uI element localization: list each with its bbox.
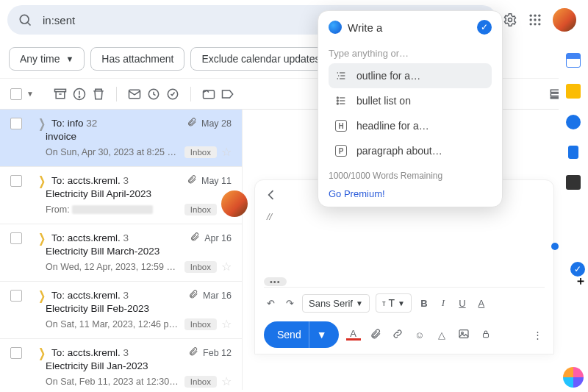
message-list[interactable]: ❯ To: info 32 May 28 invoice On Sun, Apr…	[0, 110, 243, 390]
underline-icon[interactable]: U	[456, 298, 469, 309]
message-subject: Electricity Bill April-2023	[46, 188, 232, 199]
attachment-icon	[188, 289, 198, 302]
suggestion-label: outline for a…	[356, 70, 420, 82]
italic-icon[interactable]: I	[437, 297, 450, 309]
go-premium-link[interactable]: Go Premium!	[329, 188, 385, 199]
star-icon[interactable]: ☆	[221, 260, 232, 274]
svg-point-10	[534, 18, 536, 21]
important-marker-icon[interactable]: ❯	[38, 288, 46, 303]
insert-link-icon[interactable]	[390, 328, 405, 342]
thread-count: 3	[123, 290, 129, 301]
insert-image-icon[interactable]	[456, 328, 471, 342]
labels-icon[interactable]	[220, 87, 235, 101]
font-size-select[interactable]: тT ▼	[376, 293, 412, 313]
important-marker-icon[interactable]: ❯	[38, 231, 46, 246]
message-snippet: On Wed, 12 Apr, 2023, 12:59 p…	[46, 262, 180, 272]
message-row[interactable]: ❯ To: info 32 May 28 invoice On Sun, Apr…	[0, 110, 242, 167]
add-task-icon[interactable]	[165, 87, 180, 101]
message-row[interactable]: ❯ To: accts.kreml. 3 Feb 12 Electricity …	[0, 339, 242, 390]
message-row[interactable]: ❯ To: accts.kreml. 3 Apr 16 Electricity …	[0, 224, 242, 282]
svg-point-18	[79, 96, 79, 97]
svg-point-9	[530, 18, 532, 21]
compose-body[interactable]: //	[264, 202, 545, 276]
select-all-checkbox[interactable]	[10, 88, 22, 100]
archive-icon[interactable]	[53, 87, 68, 101]
format-color-icon[interactable]: A	[346, 329, 361, 341]
message-checkbox[interactable]	[10, 290, 22, 302]
popup-suggestion-item[interactable]: outline for a…	[329, 63, 492, 88]
inbox-label[interactable]: Inbox	[184, 204, 217, 215]
important-marker-icon[interactable]: ❯	[38, 116, 46, 131]
insert-emoji-icon[interactable]: ☺	[412, 329, 427, 341]
inbox-label[interactable]: Inbox	[184, 146, 217, 158]
svg-rect-26	[459, 329, 468, 338]
font-select[interactable]: Sans Serif ▼	[302, 294, 370, 313]
report-spam-icon[interactable]	[72, 87, 87, 101]
chevron-down-icon: ▼	[65, 54, 74, 63]
font-label: Sans Serif	[309, 298, 353, 309]
mark-unread-icon[interactable]	[127, 87, 142, 101]
plus-icon[interactable]: ＋	[575, 274, 587, 289]
tasks-dock-icon[interactable]	[566, 115, 581, 129]
important-marker-icon[interactable]: ❯	[38, 346, 46, 360]
chip-exclude-calendar[interactable]: Exclude calendar updates	[190, 47, 331, 71]
message-checkbox[interactable]	[10, 175, 22, 187]
star-icon[interactable]: ☆	[221, 145, 232, 159]
popup-suggestion-item[interactable]: Pparagraph about…	[329, 138, 492, 163]
apps-grid-icon[interactable]	[528, 13, 542, 27]
back-arrow-icon[interactable]	[264, 188, 279, 202]
message-row[interactable]: ❯ To: accts.kreml. 3 May 11 Electricity …	[0, 167, 242, 224]
chip-any-time[interactable]: Any time ▼	[9, 47, 85, 71]
redo-icon[interactable]: ↷	[283, 298, 296, 309]
contacts-dock-icon[interactable]	[568, 146, 578, 159]
send-button[interactable]: Send ▼	[264, 321, 339, 348]
message-checkbox[interactable]	[10, 118, 22, 129]
addon-dock-icon[interactable]	[566, 175, 581, 190]
send-options-caret[interactable]: ▼	[309, 321, 334, 348]
popup-check-icon[interactable]: ✓	[477, 20, 492, 35]
confidential-mode-icon[interactable]	[478, 329, 493, 341]
svg-point-0	[20, 15, 29, 24]
suggestion-label: paragraph about…	[356, 145, 442, 157]
avatar[interactable]	[553, 8, 576, 32]
delete-icon[interactable]	[91, 87, 106, 101]
thread-count: 3	[123, 175, 129, 186]
assistant-fab-icon[interactable]	[563, 367, 584, 388]
message-checkbox[interactable]	[10, 232, 22, 244]
compose-truncated-indicator[interactable]: •••	[264, 277, 287, 286]
popup-placeholder: Type anything or…	[329, 48, 492, 59]
chip-has-attachment[interactable]: Has attachment	[90, 47, 184, 71]
insert-drive-icon[interactable]: △	[434, 329, 449, 341]
bold-icon[interactable]: B	[417, 298, 431, 309]
inbox-label[interactable]: Inbox	[184, 261, 217, 273]
important-marker-icon[interactable]: ❯	[38, 174, 46, 188]
popup-header: Write a ✓	[329, 20, 492, 35]
message-date: Feb 12	[203, 348, 232, 358]
calendar-dock-icon[interactable]	[566, 53, 581, 68]
svg-point-11	[538, 18, 540, 21]
right-dock	[559, 40, 588, 392]
text-color-icon[interactable]: A	[475, 298, 488, 309]
select-dropdown-caret[interactable]: ▼	[26, 90, 34, 98]
gear-icon[interactable]	[503, 13, 517, 27]
popup-suggestion-item[interactable]: bullet list on	[329, 88, 492, 113]
undo-icon[interactable]: ↶	[264, 298, 277, 309]
popup-suggestion-item[interactable]: Hheadline for a…	[329, 113, 492, 138]
svg-point-7	[534, 15, 536, 17]
move-to-icon[interactable]	[201, 87, 216, 101]
snooze-icon[interactable]	[146, 87, 161, 101]
keep-dock-icon[interactable]	[566, 84, 581, 99]
message-checkbox[interactable]	[10, 347, 22, 359]
attach-icon[interactable]	[368, 328, 383, 342]
star-icon[interactable]: ☆	[221, 374, 232, 388]
message-to: To: accts.kreml. 3	[51, 290, 129, 301]
inbox-label[interactable]: Inbox	[184, 376, 217, 388]
attachment-icon	[187, 174, 197, 187]
thread-count: 3	[123, 347, 129, 358]
more-options-icon[interactable]: ⋮	[530, 329, 545, 341]
star-icon[interactable]: ☆	[221, 317, 232, 331]
message-row[interactable]: ❯ To: accts.kreml. 3 Mar 16 Electricity …	[0, 282, 242, 339]
svg-point-13	[534, 23, 536, 25]
inbox-label[interactable]: Inbox	[184, 318, 217, 330]
message-date: May 28	[201, 118, 232, 129]
